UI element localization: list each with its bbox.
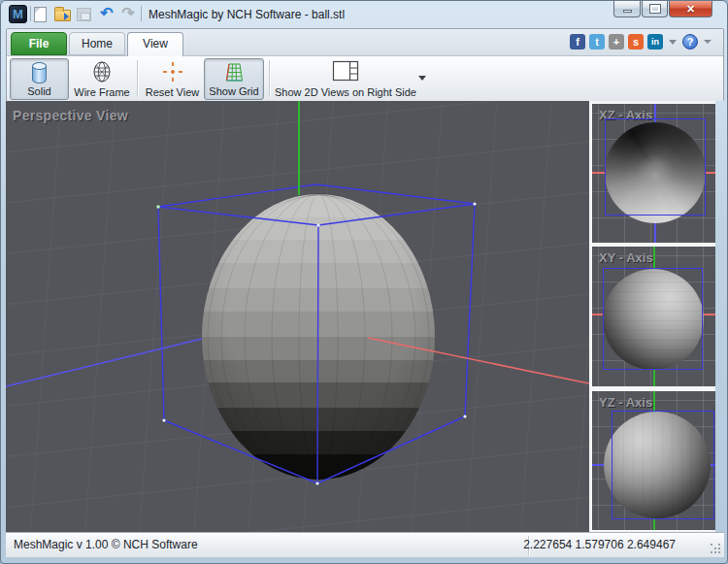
divider (141, 6, 142, 21)
minimize-button[interactable] (613, 1, 641, 17)
redo-icon[interactable]: ↷ (119, 4, 137, 21)
side-views-panel: XZ - Axis XY - Axis YZ - Axis (589, 101, 715, 532)
perspective-scene (6, 101, 589, 532)
close-button[interactable]: × (669, 1, 712, 17)
statusbar: MeshMagic v 1.00 © NCH Software 2.227654… (6, 532, 724, 557)
yz-axis-viewport[interactable]: YZ - Axis (592, 391, 715, 530)
social-links: f t + s in ? (570, 34, 713, 50)
wireframe-button[interactable]: Wire Frame (71, 58, 133, 100)
show-2d-views-icon (332, 60, 359, 82)
divider (137, 60, 138, 97)
show-2d-views-button[interactable]: Show 2D Views on Right Side (275, 58, 416, 100)
divider (269, 60, 270, 97)
app-window: M ↶ ↷ MeshMagic by NCH Software - ball.s… (0, 0, 728, 564)
help-icon[interactable]: ? (682, 34, 698, 50)
help-dropdown-icon[interactable] (704, 40, 711, 44)
close-icon: × (686, 2, 694, 16)
show-grid-icon (222, 61, 246, 84)
xy-bounding-box (603, 268, 703, 370)
show-grid-button[interactable]: Show Grid (204, 58, 264, 100)
perspective-viewport[interactable]: Perspective View (6, 101, 589, 532)
app-info-text: MeshMagic v 1.00 © NCH Software (14, 538, 198, 551)
tab-view[interactable]: View (127, 32, 183, 56)
maximize-icon (650, 5, 660, 13)
facebook-icon[interactable]: f (570, 34, 585, 50)
titlebar[interactable]: M ↶ ↷ MeshMagic by NCH Software - ball.s… (1, 1, 728, 28)
xz-axis-viewport[interactable]: XZ - Axis (592, 104, 715, 243)
open-file-icon[interactable] (54, 10, 71, 21)
yz-view-label: YZ - Axis (599, 395, 652, 410)
tab-strip: File Home View f t + s in ? (7, 29, 723, 55)
xy-axis-viewport[interactable]: XY - Axis (592, 247, 715, 386)
tab-file[interactable]: File (11, 32, 67, 55)
googleplus-icon[interactable]: + (609, 34, 624, 50)
solid-button[interactable]: Solid (10, 58, 69, 100)
yz-bounding-box (612, 411, 714, 519)
chevron-down-icon[interactable] (669, 40, 677, 45)
cursor-coordinates: 2.227654 1.579706 2.649467 (523, 538, 676, 551)
app-logo-icon: M (9, 5, 27, 23)
viewport-label: Perspective View (13, 108, 128, 123)
xy-view-label: XY - Axis (599, 250, 653, 265)
xz-bounding-box (605, 118, 706, 216)
new-document-icon[interactable] (34, 7, 47, 22)
undo-icon[interactable]: ↶ (98, 4, 116, 21)
maximize-button[interactable] (642, 1, 668, 17)
wireframe-icon (90, 60, 114, 83)
toolbar: Solid Wire Frame (7, 55, 723, 101)
reset-view-button[interactable]: Reset View (142, 58, 203, 100)
save-icon[interactable] (77, 8, 91, 21)
minimize-icon (623, 10, 632, 13)
divider (30, 6, 31, 21)
reset-view-icon (161, 60, 184, 83)
window-title: MeshMagic by NCH Software - ball.stl (149, 8, 345, 21)
ribbon: File Home View f t + s in ? Solid (6, 28, 724, 101)
tab-home[interactable]: Home (69, 32, 125, 55)
twitter-icon[interactable]: t (589, 34, 605, 50)
toolbar-dropdown-icon[interactable] (418, 76, 426, 81)
stumbleupon-icon[interactable]: s (628, 34, 644, 50)
solid-icon (32, 63, 47, 83)
linkedin-icon[interactable]: in (647, 34, 663, 50)
resize-grip[interactable] (711, 544, 712, 546)
